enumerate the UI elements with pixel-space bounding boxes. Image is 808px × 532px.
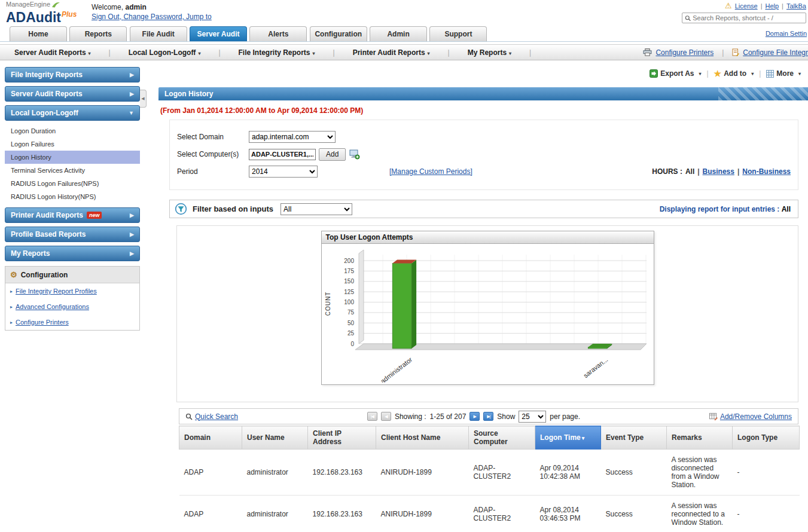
cell-user-name: administrator	[242, 450, 308, 496]
export-as-button[interactable]: Export As▾	[650, 69, 701, 78]
config-link-file-integrity-report-profiles[interactable]: ▸ File Integrity Report Profiles	[5, 283, 139, 299]
sidebar-item-logon-history[interactable]: Logon History	[5, 151, 140, 164]
hours-business-link[interactable]: Business	[703, 167, 734, 176]
section-label: Profile Based Reports	[11, 230, 86, 239]
cell-logon-type: -	[733, 496, 800, 532]
period-dropdown[interactable]: 2014	[249, 166, 318, 178]
sidebar-item-radius-logon-history[interactable]: RADIUS Logon History(NPS)	[5, 190, 140, 203]
domain-settings-link[interactable]: Domain Settin	[766, 30, 807, 37]
displaying-value: All	[782, 205, 791, 213]
svg-text:200: 200	[344, 258, 354, 264]
manage-custom-periods-link[interactable]: [Manage Custom Periods]	[389, 167, 472, 176]
app-header: ManageEngine ADAuditPlus Welcome, admin …	[0, 0, 808, 26]
section-label: Server Audit Reports	[11, 90, 83, 98]
product-name: ADAuditPlus	[6, 8, 77, 24]
separator: |	[737, 167, 739, 176]
add-remove-columns[interactable]: Add/Remove Columns	[709, 412, 792, 421]
config-link-configure-printers[interactable]: ▸ Configure Printers	[5, 314, 139, 330]
sidebar-item-logon-duration[interactable]: Logon Duration	[5, 124, 140, 137]
table-row[interactable]: ADAP administrator 192.168.23.163 ANIRUD…	[179, 496, 800, 532]
tab-home[interactable]: Home	[10, 26, 67, 41]
search-input[interactable]	[693, 14, 803, 22]
help-link[interactable]: Help	[765, 2, 779, 10]
hours-all[interactable]: All	[685, 167, 694, 176]
license-link[interactable]: License	[735, 2, 758, 10]
menu-local-logon-logoff[interactable]: Local Logon-Logoff▾	[129, 48, 201, 57]
select-computers-label: Select Computer(s)	[177, 150, 249, 158]
select-domain-dropdown[interactable]: adap.internal.com	[249, 131, 336, 143]
sidebar-section-my-reports[interactable]: My Reports ▶	[5, 246, 140, 261]
column-header-remarks[interactable]: Remarks	[667, 426, 733, 450]
add-remove-columns-link[interactable]: Add/Remove Columns	[720, 412, 792, 421]
quick-search[interactable]: Quick Search	[185, 412, 238, 421]
export-icon	[650, 69, 658, 78]
logon-history-table: Domain User Name Client IP Address Clien…	[179, 426, 800, 532]
caret-down-icon: ▾	[751, 71, 754, 77]
sidebar-item-logon-failures[interactable]: Logon Failures	[5, 137, 140, 151]
config-link-label[interactable]: Configure Printers	[16, 319, 69, 326]
menu-printer-audit-reports[interactable]: Printer Audit Reports▾	[353, 48, 430, 57]
config-link-label[interactable]: File Integrity Report Profiles	[16, 288, 97, 295]
sidebar-section-server-audit-reports[interactable]: Server Audit Reports ▶	[5, 86, 140, 102]
more-button[interactable]: More▾	[766, 69, 801, 78]
configure-file-integrity-link[interactable]: Configure File Integr	[743, 48, 808, 57]
column-header-client-host[interactable]: Client Host Name	[376, 426, 469, 450]
change-password-link[interactable]: Change Password	[123, 13, 186, 21]
sidebar-section-local-logon-logoff[interactable]: Local Logon-Logoff ▼	[5, 105, 140, 121]
column-header-user-name[interactable]: User Name	[242, 426, 308, 450]
column-header-event-type[interactable]: Event Type	[601, 426, 667, 450]
subnav-right: Configure Printers | Configure File Inte…	[643, 48, 808, 57]
cell-source-computer: ADAP-CLUSTER2	[469, 450, 535, 496]
sidebar-collapse-handle[interactable]: ◀	[140, 90, 147, 108]
table-row[interactable]: ADAP administrator 192.168.23.163 ANIRUD…	[179, 450, 800, 496]
page-size-dropdown[interactable]: 25	[519, 411, 546, 423]
tab-reports[interactable]: Reports	[69, 26, 127, 41]
sidebar-section-file-integrity-reports[interactable]: File Integrity Reports ▶	[5, 67, 140, 82]
triangle-right-icon: ▸	[10, 304, 13, 310]
talkback-link[interactable]: TalkBa	[786, 2, 806, 10]
svg-text:100: 100	[344, 299, 354, 305]
filter-icon	[175, 203, 187, 215]
report-criteria-form: Select Domain adap.internal.com Select C…	[169, 120, 798, 190]
sidebar-item-terminal-services-activity[interactable]: Terminal Services Activity	[5, 164, 140, 177]
sidebar-section-printer-audit-reports[interactable]: Printer Audit Reports new ▶	[5, 207, 140, 223]
column-header-client-ip[interactable]: Client IP Address	[308, 426, 376, 450]
logon-logoff-report-list: Logon Duration Logon Failures Logon Hist…	[5, 124, 140, 203]
sign-out-link[interactable]: Sign Out	[92, 13, 123, 21]
pagination-bar: Quick Search |◀ ◀ Showing : 1-25 of 207 …	[179, 408, 798, 424]
computers-input[interactable]	[249, 149, 316, 160]
last-page-button[interactable]: ▶|	[483, 412, 493, 421]
configure-printers-link[interactable]: Configure Printers	[655, 48, 714, 57]
menu-server-audit-reports[interactable]: Server Audit Reports▾	[14, 48, 91, 57]
tab-server-audit[interactable]: Server Audit	[190, 26, 247, 41]
sidebar-section-profile-based-reports[interactable]: Profile Based Reports ▶	[5, 227, 140, 242]
add-computer-button[interactable]: Add	[319, 148, 346, 161]
filter-dropdown[interactable]: All	[280, 203, 352, 215]
hours-non-business-link[interactable]: Non-Business	[742, 167, 791, 176]
chevron-down-icon: ▼	[129, 110, 134, 116]
menu-file-integrity-reports[interactable]: File Integrity Reports▾	[239, 48, 315, 57]
printer-icon	[643, 48, 652, 56]
next-page-button[interactable]: ▶	[469, 412, 480, 421]
hours-label: HOURS :	[652, 167, 682, 176]
warning-icon[interactable]: ⚠	[725, 1, 732, 10]
column-header-source-computer[interactable]: Source Computer	[469, 426, 535, 450]
quick-search-link[interactable]: Quick Search	[195, 412, 238, 421]
column-header-logon-time[interactable]: Logon Time▾	[535, 426, 601, 450]
first-page-button[interactable]: |◀	[367, 412, 377, 421]
config-link-label[interactable]: Advanced Configurations	[16, 303, 89, 310]
add-to-button[interactable]: ★ Add to▾	[714, 69, 754, 78]
config-link-advanced-configurations[interactable]: ▸ Advanced Configurations	[5, 299, 139, 314]
tab-configuration[interactable]: Configuration	[310, 26, 367, 41]
jump-to-link[interactable]: Jump to	[186, 13, 212, 21]
tab-admin[interactable]: Admin	[370, 26, 427, 41]
column-header-domain[interactable]: Domain	[179, 426, 242, 450]
tab-file-audit[interactable]: File Audit	[130, 26, 187, 41]
sidebar-item-radius-logon-failures[interactable]: RADIUS Logon Failures(NPS)	[5, 177, 140, 190]
tab-support[interactable]: Support	[429, 26, 487, 41]
column-header-logon-type[interactable]: Logon Type	[733, 426, 800, 450]
browse-computers-button[interactable]	[349, 149, 360, 160]
prev-page-button[interactable]: ◀	[381, 412, 391, 421]
tab-alerts[interactable]: Alerts	[249, 26, 307, 41]
menu-my-reports[interactable]: My Reports▾	[468, 48, 511, 57]
